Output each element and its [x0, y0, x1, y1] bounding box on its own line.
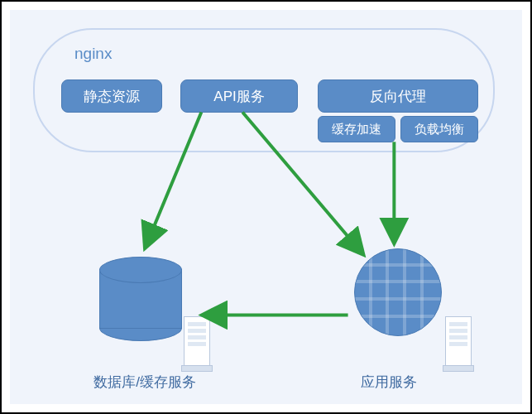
module-reverse-proxy: 反向代理	[318, 79, 478, 113]
module-static-resources: 静态资源	[61, 79, 162, 113]
diagram-frame: nginx 静态资源 API服务 反向代理 缓存加速 负载均衡 数据库/缓存服务…	[0, 0, 532, 414]
nginx-title: nginx	[74, 45, 112, 63]
module-api-service: API服务	[180, 79, 298, 113]
database-icon	[99, 257, 180, 331]
diagram-canvas: nginx 静态资源 API服务 反向代理 缓存加速 负载均衡 数据库/缓存服务…	[10, 10, 522, 404]
app-server-tower-icon	[445, 316, 472, 369]
db-server-icon	[184, 316, 210, 369]
app-server-icon	[354, 248, 442, 336]
database-label: 数据库/缓存服务	[74, 373, 215, 392]
app-server-label: 应用服务	[339, 373, 439, 392]
module-load-balance: 负载均衡	[400, 116, 478, 142]
module-cache-accel: 缓存加速	[318, 116, 395, 142]
nginx-container: nginx 静态资源 API服务 反向代理 缓存加速 负载均衡	[33, 28, 495, 152]
